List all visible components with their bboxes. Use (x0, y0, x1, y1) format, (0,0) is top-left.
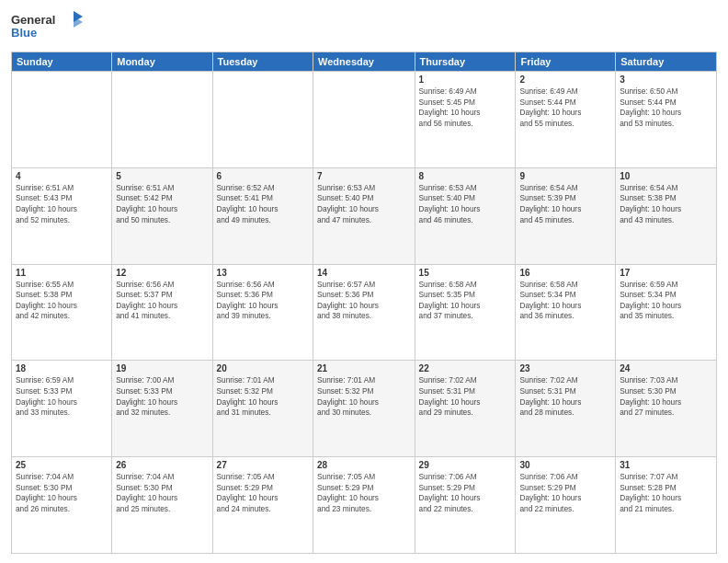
day-info: Sunrise: 7:02 AM Sunset: 5:31 PM Dayligh… (419, 375, 512, 418)
day-number: 10 (620, 171, 712, 181)
logo: General Blue (11, 9, 94, 48)
calendar-cell: 13Sunrise: 6:56 AM Sunset: 5:36 PM Dayli… (212, 264, 313, 361)
weekday-header: Sunday (12, 52, 112, 72)
day-info: Sunrise: 6:51 AM Sunset: 5:43 PM Dayligh… (16, 183, 108, 225)
weekday-header: Saturday (616, 52, 717, 72)
calendar-table: SundayMondayTuesdayWednesdayThursdayFrid… (11, 52, 717, 554)
day-number: 29 (419, 460, 512, 470)
day-number: 8 (419, 171, 512, 181)
day-number: 31 (620, 460, 712, 470)
calendar-cell: 27Sunrise: 7:05 AM Sunset: 5:29 PM Dayli… (212, 457, 313, 554)
day-info: Sunrise: 7:05 AM Sunset: 5:29 PM Dayligh… (217, 472, 309, 514)
calendar-cell: 19Sunrise: 7:00 AM Sunset: 5:33 PM Dayli… (112, 361, 212, 457)
day-info: Sunrise: 6:56 AM Sunset: 5:36 PM Dayligh… (217, 280, 309, 322)
calendar-cell: 8Sunrise: 6:53 AM Sunset: 5:40 PM Daylig… (415, 167, 516, 264)
day-number: 19 (116, 363, 208, 373)
calendar-cell: 14Sunrise: 6:57 AM Sunset: 5:36 PM Dayli… (313, 264, 415, 361)
day-info: Sunrise: 6:56 AM Sunset: 5:37 PM Dayligh… (116, 280, 208, 322)
day-info: Sunrise: 6:49 AM Sunset: 5:44 PM Dayligh… (519, 86, 611, 129)
day-number: 26 (116, 460, 208, 470)
day-info: Sunrise: 6:55 AM Sunset: 5:38 PM Dayligh… (16, 280, 108, 322)
day-info: Sunrise: 7:02 AM Sunset: 5:31 PM Dayligh… (519, 375, 611, 418)
day-info: Sunrise: 7:06 AM Sunset: 5:29 PM Dayligh… (519, 472, 611, 514)
calendar-cell: 11Sunrise: 6:55 AM Sunset: 5:38 PM Dayli… (12, 264, 112, 361)
header: General Blue (11, 9, 717, 48)
calendar-cell: 26Sunrise: 7:04 AM Sunset: 5:30 PM Dayli… (112, 457, 212, 554)
day-info: Sunrise: 6:59 AM Sunset: 5:33 PM Dayligh… (16, 375, 108, 418)
day-number: 30 (519, 460, 611, 470)
day-number: 14 (317, 268, 411, 278)
day-number: 21 (317, 363, 411, 373)
day-info: Sunrise: 6:53 AM Sunset: 5:40 PM Dayligh… (419, 183, 512, 225)
day-number: 1 (419, 75, 512, 85)
day-info: Sunrise: 7:01 AM Sunset: 5:32 PM Dayligh… (217, 375, 309, 418)
calendar-cell: 3Sunrise: 6:50 AM Sunset: 5:44 PM Daylig… (616, 72, 717, 168)
calendar-cell (212, 72, 313, 168)
day-number: 23 (519, 363, 611, 373)
calendar-cell: 12Sunrise: 6:56 AM Sunset: 5:37 PM Dayli… (112, 264, 212, 361)
day-info: Sunrise: 7:05 AM Sunset: 5:29 PM Dayligh… (317, 472, 411, 514)
calendar-cell (112, 72, 212, 168)
day-info: Sunrise: 6:59 AM Sunset: 5:34 PM Dayligh… (620, 280, 712, 322)
day-info: Sunrise: 7:04 AM Sunset: 5:30 PM Dayligh… (116, 472, 208, 514)
calendar-week-row: 11Sunrise: 6:55 AM Sunset: 5:38 PM Dayli… (12, 264, 717, 361)
weekday-header: Wednesday (313, 52, 415, 72)
day-number: 27 (217, 460, 309, 470)
calendar-cell (12, 72, 112, 168)
day-number: 4 (16, 171, 108, 181)
calendar-cell: 2Sunrise: 6:49 AM Sunset: 5:44 PM Daylig… (516, 72, 616, 168)
day-number: 18 (16, 363, 108, 373)
day-number: 16 (519, 268, 611, 278)
day-info: Sunrise: 6:58 AM Sunset: 5:34 PM Dayligh… (519, 280, 611, 322)
day-info: Sunrise: 6:51 AM Sunset: 5:42 PM Dayligh… (116, 183, 208, 225)
day-info: Sunrise: 6:57 AM Sunset: 5:36 PM Dayligh… (317, 280, 411, 322)
calendar-cell: 18Sunrise: 6:59 AM Sunset: 5:33 PM Dayli… (12, 361, 112, 457)
weekday-header: Thursday (415, 52, 516, 72)
calendar-cell: 17Sunrise: 6:59 AM Sunset: 5:34 PM Dayli… (616, 264, 717, 361)
logo-svg: General Blue (11, 9, 94, 44)
day-number: 7 (317, 171, 411, 181)
calendar-cell: 22Sunrise: 7:02 AM Sunset: 5:31 PM Dayli… (415, 361, 516, 457)
day-number: 11 (16, 268, 108, 278)
day-number: 6 (217, 171, 309, 181)
day-info: Sunrise: 7:07 AM Sunset: 5:28 PM Dayligh… (620, 472, 712, 514)
logo-graphic: General Blue (11, 9, 94, 48)
day-info: Sunrise: 6:50 AM Sunset: 5:44 PM Dayligh… (620, 86, 712, 129)
calendar-cell: 20Sunrise: 7:01 AM Sunset: 5:32 PM Dayli… (212, 361, 313, 457)
weekday-header: Friday (516, 52, 616, 72)
page: General Blue SundayMondayTuesdayWednesda… (0, 0, 728, 563)
day-info: Sunrise: 6:54 AM Sunset: 5:38 PM Dayligh… (620, 183, 712, 225)
day-info: Sunrise: 6:52 AM Sunset: 5:41 PM Dayligh… (217, 183, 309, 225)
day-number: 2 (519, 75, 611, 85)
day-info: Sunrise: 6:58 AM Sunset: 5:35 PM Dayligh… (419, 280, 512, 322)
calendar-week-row: 18Sunrise: 6:59 AM Sunset: 5:33 PM Dayli… (12, 361, 717, 457)
calendar-cell: 31Sunrise: 7:07 AM Sunset: 5:28 PM Dayli… (616, 457, 717, 554)
calendar-cell: 28Sunrise: 7:05 AM Sunset: 5:29 PM Dayli… (313, 457, 415, 554)
calendar-cell: 15Sunrise: 6:58 AM Sunset: 5:35 PM Dayli… (415, 264, 516, 361)
calendar-cell: 29Sunrise: 7:06 AM Sunset: 5:29 PM Dayli… (415, 457, 516, 554)
day-info: Sunrise: 6:54 AM Sunset: 5:39 PM Dayligh… (519, 183, 611, 225)
day-number: 25 (16, 460, 108, 470)
calendar-cell: 1Sunrise: 6:49 AM Sunset: 5:45 PM Daylig… (415, 72, 516, 168)
day-info: Sunrise: 7:04 AM Sunset: 5:30 PM Dayligh… (16, 472, 108, 514)
day-info: Sunrise: 7:01 AM Sunset: 5:32 PM Dayligh… (317, 375, 411, 418)
calendar-cell: 4Sunrise: 6:51 AM Sunset: 5:43 PM Daylig… (12, 167, 112, 264)
weekday-header: Tuesday (212, 52, 313, 72)
day-number: 9 (519, 171, 611, 181)
calendar-header-row: SundayMondayTuesdayWednesdayThursdayFrid… (12, 52, 717, 72)
calendar-cell: 6Sunrise: 6:52 AM Sunset: 5:41 PM Daylig… (212, 167, 313, 264)
calendar-cell: 30Sunrise: 7:06 AM Sunset: 5:29 PM Dayli… (516, 457, 616, 554)
calendar-week-row: 1Sunrise: 6:49 AM Sunset: 5:45 PM Daylig… (12, 72, 717, 168)
day-number: 13 (217, 268, 309, 278)
svg-text:General: General (11, 13, 55, 27)
calendar-cell: 23Sunrise: 7:02 AM Sunset: 5:31 PM Dayli… (516, 361, 616, 457)
calendar-cell: 9Sunrise: 6:54 AM Sunset: 5:39 PM Daylig… (516, 167, 616, 264)
calendar-cell: 5Sunrise: 6:51 AM Sunset: 5:42 PM Daylig… (112, 167, 212, 264)
day-number: 17 (620, 268, 712, 278)
calendar-cell: 7Sunrise: 6:53 AM Sunset: 5:40 PM Daylig… (313, 167, 415, 264)
day-info: Sunrise: 6:53 AM Sunset: 5:40 PM Dayligh… (317, 183, 411, 225)
day-number: 15 (419, 268, 512, 278)
day-number: 28 (317, 460, 411, 470)
calendar-week-row: 25Sunrise: 7:04 AM Sunset: 5:30 PM Dayli… (12, 457, 717, 554)
calendar-cell: 10Sunrise: 6:54 AM Sunset: 5:38 PM Dayli… (616, 167, 717, 264)
